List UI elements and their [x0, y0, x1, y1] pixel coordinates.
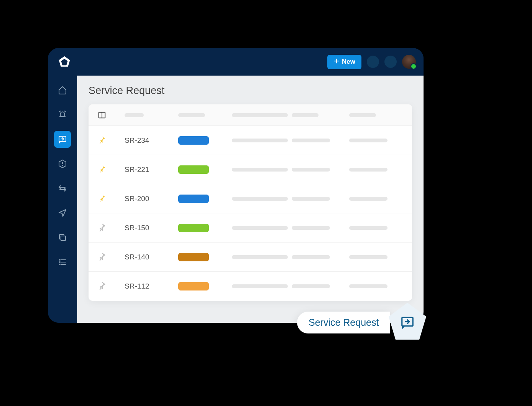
pin-icon[interactable]: [98, 281, 121, 291]
cell-placeholder: [349, 284, 388, 288]
topbar-action-1[interactable]: [367, 56, 379, 68]
sidebar-item-navigation[interactable]: [54, 205, 71, 221]
table-header: [89, 104, 412, 126]
app-logo-icon: [58, 55, 71, 68]
service-request-id: SR-200: [125, 195, 174, 203]
sidebar-item-service-request[interactable]: [54, 131, 71, 148]
svg-point-9: [62, 165, 63, 166]
cell-placeholder: [349, 255, 388, 259]
cell-placeholder: [349, 197, 388, 201]
cell-placeholder: [292, 284, 330, 288]
app-body: Service Request SR-234SR-221SR-200SR-150…: [48, 76, 424, 323]
topbar: New: [48, 48, 424, 76]
table-row[interactable]: SR-140: [89, 243, 412, 272]
cell-placeholder: [232, 139, 288, 142]
page-title: Service Request: [89, 85, 412, 97]
pin-icon[interactable]: [98, 165, 121, 175]
status-pill: [178, 282, 209, 290]
svg-line-4: [59, 111, 61, 112]
column-header-placeholder: [349, 113, 376, 117]
service-request-id: SR-234: [125, 136, 174, 145]
cell-placeholder: [232, 226, 288, 230]
cell-placeholder: [292, 168, 330, 172]
cell-placeholder: [232, 255, 288, 259]
service-request-id: SR-221: [125, 165, 174, 174]
svg-point-14: [59, 259, 60, 260]
column-header-placeholder: [178, 113, 205, 117]
cell-placeholder: [292, 139, 330, 142]
topbar-action-2[interactable]: [384, 56, 397, 68]
alert-icon: [58, 110, 67, 119]
service-request-id: SR-140: [125, 253, 174, 261]
svg-point-15: [59, 262, 60, 262]
pin-icon[interactable]: [98, 223, 121, 233]
incident-icon: [58, 159, 67, 168]
status-pill: [178, 224, 209, 232]
table-row[interactable]: SR-112: [89, 272, 412, 301]
service-request-table: SR-234SR-221SR-200SR-150SR-140SR-112: [89, 104, 412, 301]
tooltip-pentagon: [386, 301, 429, 343]
column-header-placeholder: [125, 113, 144, 117]
table-row[interactable]: SR-221: [89, 155, 412, 184]
cell-placeholder: [292, 226, 330, 230]
cell-placeholder: [232, 284, 288, 288]
sidebar-item-alerts[interactable]: [54, 106, 71, 123]
pin-icon[interactable]: [98, 252, 121, 262]
svg-line-5: [64, 111, 66, 112]
plus-icon: [333, 58, 340, 66]
avatar[interactable]: [402, 55, 416, 69]
table-row[interactable]: SR-234: [89, 126, 412, 155]
list-icon: [58, 257, 67, 267]
sidebar-item-changes[interactable]: [54, 180, 71, 197]
app-window: New: [48, 48, 424, 323]
status-pill: [178, 165, 209, 174]
cell-placeholder: [232, 197, 288, 201]
service-request-id: SR-150: [125, 224, 174, 232]
svg-point-16: [59, 264, 60, 265]
pin-icon[interactable]: [98, 135, 121, 145]
column-header-placeholder: [292, 113, 319, 117]
new-button[interactable]: New: [327, 55, 361, 69]
table-row[interactable]: SR-150: [89, 213, 412, 243]
cell-placeholder: [349, 139, 388, 142]
tooltip-label: Service Request: [297, 312, 390, 333]
sidebar-item-list[interactable]: [54, 254, 71, 271]
home-icon: [58, 86, 67, 95]
navigation-icon: [58, 208, 67, 218]
transfer-icon: [58, 184, 67, 193]
cell-placeholder: [292, 255, 330, 259]
cell-placeholder: [349, 168, 388, 172]
service-request-tooltip: Service Request: [297, 301, 429, 343]
service-request-icon: [400, 315, 415, 330]
service-request-icon: [58, 135, 67, 144]
columns-icon[interactable]: [98, 111, 121, 119]
copy-icon: [58, 233, 67, 242]
column-header-placeholder: [232, 113, 288, 117]
status-pill: [178, 195, 209, 203]
sidebar-item-home[interactable]: [54, 82, 71, 99]
sidebar-item-incidents[interactable]: [54, 155, 71, 172]
cell-placeholder: [349, 226, 388, 230]
sidebar-item-copy[interactable]: [54, 229, 71, 246]
cell-placeholder: [292, 197, 330, 201]
status-pill: [178, 136, 209, 145]
service-request-id: SR-112: [125, 282, 174, 290]
main-content: Service Request SR-234SR-221SR-200SR-150…: [77, 76, 424, 323]
table-row[interactable]: SR-200: [89, 184, 412, 213]
pin-icon[interactable]: [98, 194, 121, 204]
new-button-label: New: [342, 58, 355, 66]
cell-placeholder: [232, 168, 288, 172]
svg-rect-10: [61, 236, 66, 241]
status-pill: [178, 253, 209, 261]
sidebar: [48, 76, 77, 323]
